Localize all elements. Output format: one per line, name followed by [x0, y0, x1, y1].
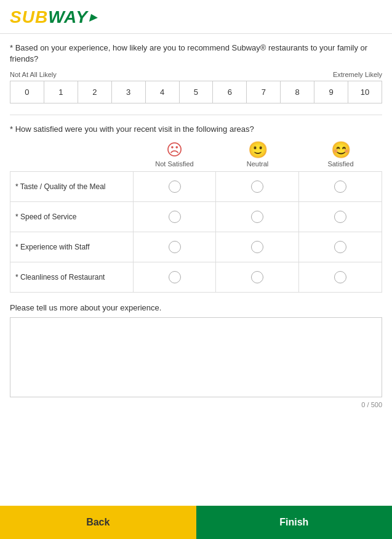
satisfied-icon: 😊: [331, 142, 351, 158]
radio-circle-0-0[interactable]: [169, 180, 181, 193]
back-button[interactable]: Back: [0, 506, 196, 539]
radio-circle-3-0[interactable]: [169, 271, 181, 283]
sat-row-label-2: * Experience with Staff: [10, 232, 134, 262]
nps-cell-9[interactable]: 9: [314, 81, 348, 103]
neutral-icon: 🙂: [248, 142, 268, 158]
radio-circle-3-1[interactable]: [251, 271, 263, 283]
nps-section: * Based on your experience, how likely a…: [10, 43, 382, 103]
sat-radio-cell-3-1[interactable]: [216, 262, 298, 292]
nps-label-low: Not At All Likely: [10, 71, 57, 78]
radio-circle-2-0[interactable]: [169, 241, 181, 253]
nps-cell-0[interactable]: 0: [10, 81, 44, 103]
nps-cell-7[interactable]: 7: [247, 81, 281, 103]
sat-row-label-3: * Cleanliness of Restaurant: [10, 262, 134, 292]
satisfaction-rows: * Taste / Quality of the Meal* Speed of …: [10, 171, 382, 293]
page-content: * Based on your experience, how likely a…: [0, 34, 392, 426]
logo-arrow: ▸: [89, 9, 96, 25]
not-satisfied-label: Not Satisfied: [155, 160, 193, 168]
subway-logo: SUBWAY▸: [10, 7, 382, 27]
sat-header-col-1: ☹ Not Satisfied: [133, 142, 216, 168]
sat-row-2: * Experience with Staff: [10, 232, 382, 262]
radio-circle-1-0[interactable]: [169, 211, 181, 223]
sat-radio-cell-1-2[interactable]: [299, 202, 382, 232]
sat-row-label-1: * Speed of Service: [10, 202, 134, 232]
footer-buttons: Back Finish: [0, 506, 392, 539]
sat-radio-cell-1-0[interactable]: [134, 202, 216, 232]
logo-sub: SUB: [10, 7, 48, 27]
nps-cell-4[interactable]: 4: [146, 81, 180, 103]
nps-cell-8[interactable]: 8: [281, 81, 314, 103]
page-header: SUBWAY▸: [0, 0, 392, 34]
comments-label: Please tell us more about your experienc…: [10, 303, 382, 312]
satisfaction-header: ☹ Not Satisfied 🙂 Neutral 😊 Satisfied: [10, 142, 382, 168]
nps-labels: Not At All Likely Extremely Likely: [10, 71, 382, 78]
sat-row-3: * Cleanliness of Restaurant: [10, 262, 382, 293]
sat-radio-cell-0-1[interactable]: [216, 172, 298, 201]
nps-cell-6[interactable]: 6: [213, 81, 247, 103]
finish-button[interactable]: Finish: [196, 506, 393, 539]
char-count: 0 / 500: [10, 401, 382, 408]
radio-circle-0-2[interactable]: [334, 180, 346, 193]
nps-cell-3[interactable]: 3: [112, 81, 146, 103]
satisfied-label: Satisfied: [327, 160, 353, 168]
sat-radio-cell-3-2[interactable]: [299, 262, 382, 292]
sat-header-col-3: 😊 Satisfied: [299, 142, 382, 168]
radio-circle-2-1[interactable]: [251, 241, 263, 253]
sat-radio-cell-1-1[interactable]: [216, 202, 298, 232]
satisfaction-section: * How satisfied were you with your recen…: [10, 124, 382, 292]
sat-header-spacer: [10, 142, 133, 168]
nps-label-high: Extremely Likely: [333, 71, 382, 78]
sat-radio-cell-2-2[interactable]: [299, 232, 382, 262]
radio-circle-0-1[interactable]: [251, 180, 263, 193]
sat-radio-cell-2-1[interactable]: [216, 232, 298, 262]
logo-way: WAY: [48, 7, 88, 27]
section-divider: [10, 115, 382, 115]
sat-header-col-2: 🙂 Neutral: [216, 142, 299, 168]
satisfaction-question: * How satisfied were you with your recen…: [10, 124, 382, 135]
nps-cell-10[interactable]: 10: [348, 81, 382, 103]
sat-row-0: * Taste / Quality of the Meal: [10, 171, 382, 202]
radio-circle-3-2[interactable]: [334, 271, 346, 283]
radio-circle-1-2[interactable]: [334, 211, 346, 223]
nps-cell-5[interactable]: 5: [180, 81, 214, 103]
sat-row-1: * Speed of Service: [10, 201, 382, 232]
sat-radio-cell-3-0[interactable]: [134, 262, 216, 292]
nps-question: * Based on your experience, how likely a…: [10, 43, 382, 65]
sat-row-label-0: * Taste / Quality of the Meal: [10, 172, 134, 201]
nps-cell-1[interactable]: 1: [44, 81, 78, 103]
radio-circle-1-1[interactable]: [251, 211, 263, 223]
comments-textarea[interactable]: [10, 317, 382, 397]
nps-grid: 012345678910: [10, 81, 382, 103]
sat-radio-cell-2-0[interactable]: [134, 232, 216, 262]
nps-cell-2[interactable]: 2: [78, 81, 112, 103]
radio-circle-2-2[interactable]: [334, 241, 346, 253]
comments-section: Please tell us more about your experienc…: [10, 303, 382, 408]
sat-radio-cell-0-2[interactable]: [299, 172, 382, 201]
neutral-label: Neutral: [247, 160, 268, 168]
sat-radio-cell-0-0[interactable]: [134, 172, 216, 201]
not-satisfied-icon: ☹: [166, 142, 183, 158]
